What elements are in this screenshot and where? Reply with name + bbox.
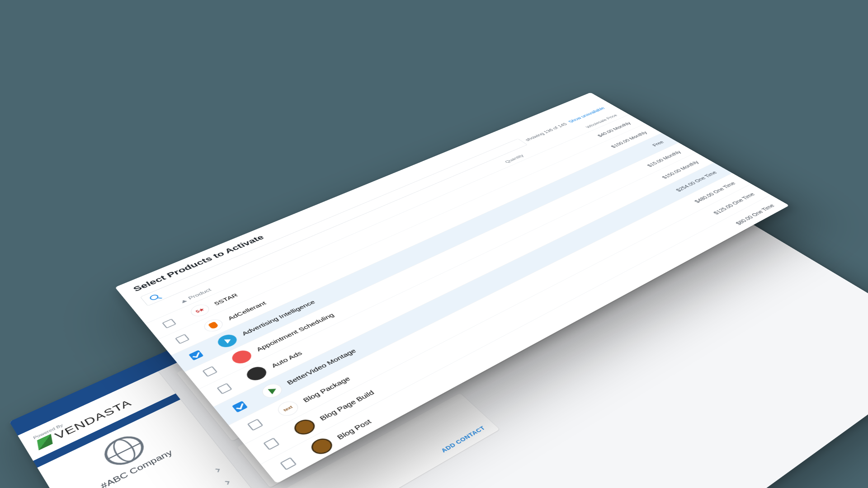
chevron-right-icon xyxy=(214,469,220,472)
product-icon xyxy=(259,381,285,401)
chevron-right-icon xyxy=(224,481,229,485)
row-checkbox[interactable] xyxy=(202,366,217,377)
product-icon xyxy=(291,417,319,437)
row-checkbox[interactable] xyxy=(263,437,280,450)
row-checkbox[interactable] xyxy=(280,457,297,470)
product-icon: text xyxy=(274,399,302,418)
product-name: 5STAR xyxy=(212,292,239,306)
row-checkbox[interactable] xyxy=(247,418,263,431)
sort-asc-icon xyxy=(180,299,187,303)
row-checkbox[interactable] xyxy=(232,401,248,413)
row-checkbox[interactable] xyxy=(189,350,203,361)
search-icon xyxy=(148,294,160,301)
product-icon: 5★ xyxy=(188,302,212,319)
row-checkbox[interactable] xyxy=(175,334,190,344)
product-icon xyxy=(244,364,270,383)
product-icon xyxy=(201,317,226,334)
row-checkbox[interactable] xyxy=(217,383,232,394)
add-contact-button[interactable]: ADD CONTACT xyxy=(440,425,486,454)
product-icon xyxy=(229,348,255,366)
row-checkbox[interactable] xyxy=(162,319,176,328)
product-icon xyxy=(215,332,240,349)
